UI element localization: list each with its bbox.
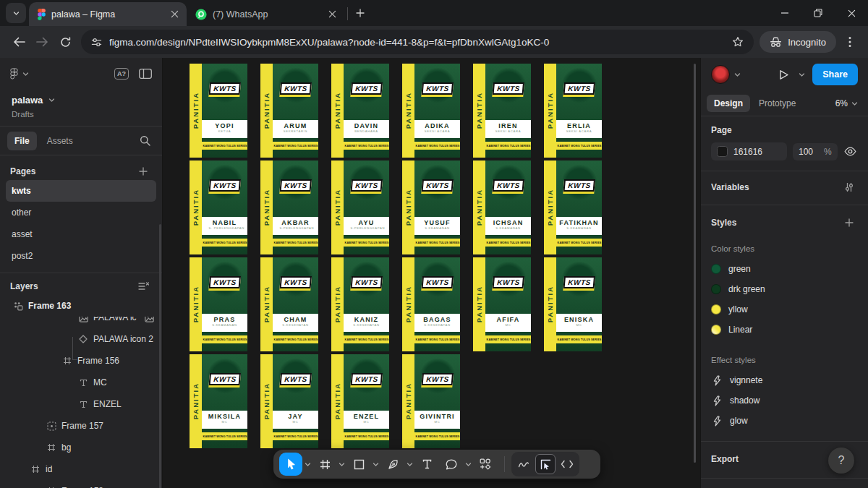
id-card[interactable]: PANITIA KWTS FATIKHAN S.KEAMANAN KABINET… — [544, 160, 602, 254]
collapse-layers-icon[interactable] — [135, 278, 152, 295]
page-opacity-value[interactable]: 100 — [799, 147, 813, 157]
add-page-icon[interactable] — [135, 163, 152, 180]
forward-button[interactable] — [30, 30, 54, 53]
effect-style-item[interactable]: glow — [711, 411, 858, 431]
layer-item[interactable]: Frame 158 — [0, 480, 162, 488]
color-style-item[interactable]: green — [711, 259, 858, 279]
chevron-down-icon[interactable] — [22, 71, 29, 77]
id-card[interactable]: PANITIA KWTS ENISKA MC KABINET WONG TULU… — [544, 257, 602, 351]
zoom-control[interactable]: 6% — [835, 98, 862, 108]
tool-pen[interactable] — [381, 453, 404, 476]
id-card[interactable]: PANITIA KWTS PRAS S.KEAMANAN KABINET WON… — [190, 257, 247, 351]
id-card[interactable]: PANITIA KWTS AFIFA MC KABINET WONG TULUS… — [473, 257, 531, 351]
toggle-panel-icon[interactable] — [139, 69, 152, 79]
effect-style-item[interactable]: shadow — [711, 390, 858, 411]
search-icon[interactable] — [135, 131, 155, 151]
page-opacity-input[interactable]: 100 % — [793, 143, 838, 160]
id-card[interactable]: PANITIA KWTS DAVIN BENDAHARA KABINET WON… — [331, 64, 389, 158]
present-button[interactable] — [774, 64, 794, 85]
tool-text-tool[interactable] — [415, 453, 438, 476]
sidebar-page-item[interactable]: post2 — [6, 245, 156, 267]
close-button[interactable] — [835, 0, 868, 26]
id-card[interactable]: PANITIA KWTS YUSUF S.KEAMANAN KABINET WO… — [402, 160, 460, 254]
tab-file[interactable]: File — [7, 132, 37, 150]
tab-prototype[interactable]: Prototype — [752, 95, 803, 112]
id-card[interactable]: PANITIA KWTS IREN SEKSI ACARA KABINET WO… — [473, 64, 531, 158]
visibility-eye-icon[interactable] — [843, 143, 858, 160]
tool-rectangle[interactable] — [347, 453, 370, 476]
color-style-item[interactable]: Linear — [711, 320, 858, 340]
layer-item[interactable]: bg — [0, 437, 162, 458]
new-tab-button[interactable] — [351, 4, 370, 22]
chevron-down-icon[interactable] — [48, 97, 55, 103]
share-button[interactable]: Share — [812, 64, 858, 85]
browser-tab-whatsapp[interactable]: (7) WhatsApp — [187, 2, 344, 26]
add-style-icon[interactable] — [841, 214, 858, 231]
color-style-item[interactable]: drk green — [711, 279, 858, 299]
address-bar[interactable]: figma.com/design/NPdteIIWSIOybkpmM8ExXU/… — [81, 30, 754, 54]
id-card[interactable]: PANITIA KWTS AKBAR S.PERLENGKAPAN KABINE… — [260, 160, 318, 254]
missing-fonts-badge[interactable]: A? — [114, 68, 129, 80]
sidebar-page-item[interactable]: other — [6, 202, 156, 223]
id-card[interactable]: PANITIA KWTS ARUM SEKRETARIS KABINET WON… — [260, 64, 318, 158]
close-tab-icon[interactable] — [326, 8, 339, 21]
tab-design[interactable]: Design — [707, 95, 750, 112]
tool-comment[interactable] — [440, 453, 463, 476]
help-button[interactable]: ? — [828, 448, 854, 474]
chevron-down-icon[interactable] — [464, 453, 473, 476]
layer-item[interactable]: MC — [0, 372, 162, 393]
id-card[interactable]: PANITIA KWTS ERLIA SEKSI ACARA KABINET W… — [544, 64, 602, 158]
dev-tool-draw[interactable] — [514, 454, 534, 474]
tool-move[interactable] — [279, 453, 302, 476]
id-card[interactable]: PANITIA KWTS CHAM S.KESEHATAN KABINET WO… — [260, 257, 318, 351]
tool-actions[interactable] — [474, 453, 497, 476]
design-canvas[interactable]: PANITIA KWTS YOPI KETUA KABINET WONG TUL… — [163, 58, 700, 488]
page-color-input[interactable]: 161616 — [711, 142, 787, 160]
browser-menu-button[interactable] — [839, 31, 861, 53]
tool-frame-tool[interactable] — [313, 453, 336, 476]
left-sidebar-scrollbar[interactable] — [159, 224, 161, 488]
page-color-swatch[interactable] — [717, 146, 728, 157]
dev-tool-code[interactable] — [557, 454, 577, 474]
minimize-button[interactable] — [768, 0, 801, 26]
reload-button[interactable] — [54, 30, 77, 53]
id-card[interactable]: PANITIA KWTS MIKSILA MC KABINET WONG TUL… — [190, 354, 247, 448]
avatar[interactable] — [711, 65, 730, 84]
chevron-down-icon[interactable] — [799, 72, 805, 78]
page-color-hex[interactable]: 161616 — [733, 147, 781, 157]
site-info-icon[interactable] — [91, 37, 102, 48]
id-card[interactable]: PANITIA KWTS BAGAS S.KESEHATAN KABINET W… — [402, 257, 460, 351]
id-card[interactable]: PANITIA KWTS GIVINTRI MC KABINET WONG TU… — [402, 354, 460, 448]
id-card[interactable]: PANITIA KWTS JAY MC KABINET WONG TULUS S… — [260, 354, 318, 448]
url-text[interactable]: figma.com/design/NPdteIIWSIOybkpmM8ExXU/… — [109, 37, 725, 48]
chevron-down-icon[interactable] — [337, 453, 346, 476]
sidebar-page-item[interactable]: asset — [6, 223, 156, 245]
layer-item[interactable]: Frame 156 — [0, 350, 162, 372]
id-card[interactable]: PANITIA KWTS ENZEL MC KABINET WONG TULUS… — [331, 354, 389, 448]
chevron-down-icon[interactable] — [303, 453, 312, 476]
figma-menu-icon[interactable] — [10, 68, 18, 80]
id-card[interactable]: PANITIA KWTS NABIL S. PERLENGKAPAN KABIN… — [190, 160, 247, 254]
id-card[interactable]: PANITIA KWTS YOPI KETUA KABINET WONG TUL… — [190, 64, 247, 158]
layer-item[interactable]: Frame 157 — [0, 415, 162, 437]
sidebar-page-item[interactable]: kwts — [6, 180, 156, 202]
layer-item[interactable]: PALAWA icon 2 — [0, 328, 162, 350]
color-style-item[interactable]: yllow — [711, 299, 858, 320]
id-card[interactable]: PANITIA KWTS KANIZ S.KESEHATAN KABINET W… — [331, 257, 389, 351]
tab-assets[interactable]: Assets — [40, 132, 80, 150]
chevron-down-icon[interactable] — [371, 453, 380, 476]
bookmark-star-icon[interactable] — [732, 36, 744, 48]
layer-item[interactable]: ENZEL — [0, 393, 162, 415]
tab-search-button[interactable] — [6, 3, 26, 23]
effect-style-item[interactable]: vignnete — [711, 370, 858, 390]
close-tab-icon[interactable] — [168, 8, 181, 21]
dev-tool-annotate[interactable] — [535, 454, 556, 474]
chevron-down-icon[interactable] — [405, 453, 414, 476]
layer-item[interactable]: id — [0, 458, 162, 480]
id-card[interactable]: PANITIA KWTS AYU S.PERLENGKAPAN KABINET … — [331, 160, 389, 254]
variables-sliders-icon[interactable] — [841, 179, 858, 196]
file-name[interactable]: palawa — [12, 95, 43, 106]
id-card[interactable]: PANITIA KWTS ICHSAN S.KEAMANAN KABINET W… — [473, 160, 531, 254]
layer-item[interactable]: PALAWA ic — [0, 317, 162, 328]
restore-button[interactable] — [801, 0, 835, 26]
